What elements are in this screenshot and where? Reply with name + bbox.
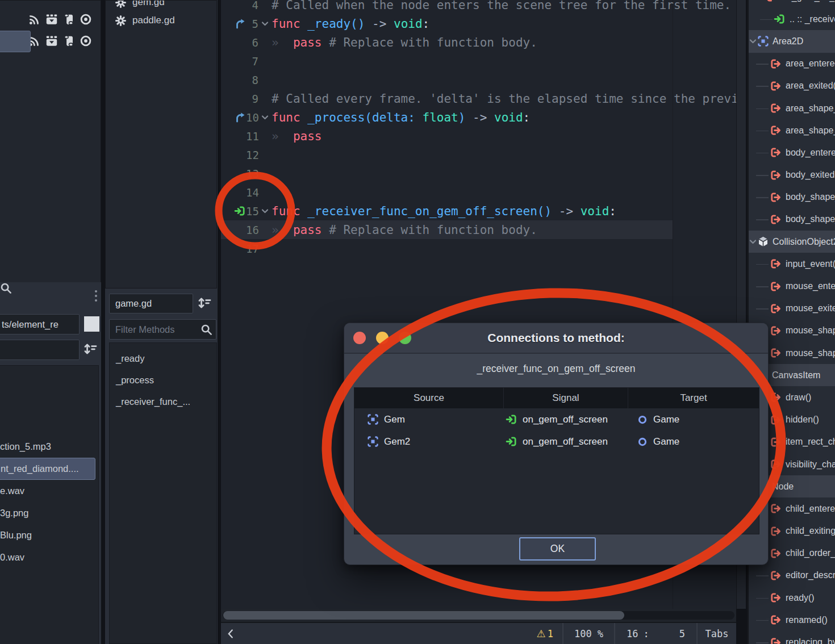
connections-dialog: Connections to method: _receiver_func_on… bbox=[344, 323, 769, 565]
chevron-down-icon[interactable] bbox=[261, 19, 269, 28]
signal-row[interactable]: replacing_by(node: bbox=[749, 631, 835, 644]
column-header-target[interactable]: Target bbox=[628, 388, 759, 408]
connections-table: Source Signal Target Gemon_gem_off_scree… bbox=[354, 387, 759, 534]
code-line[interactable]: 16» pass # Replace with function body. bbox=[221, 220, 736, 239]
filesystem-dock: ction_5.mp3nt_red_diamond....e.wav3g.png… bbox=[0, 282, 101, 644]
signal-row[interactable]: renamed() bbox=[749, 609, 835, 631]
back-chevron-icon[interactable] bbox=[227, 629, 234, 639]
signal-row[interactable]: body_exited(body: bbox=[749, 164, 835, 186]
signal-row[interactable]: area_shape_entered( bbox=[749, 97, 835, 119]
script-icon[interactable] bbox=[62, 0, 75, 2]
method-list-item[interactable]: _process bbox=[110, 369, 216, 391]
script-name-field[interactable] bbox=[109, 294, 193, 313]
code-line[interactable]: 8 bbox=[221, 70, 736, 89]
file-list-item[interactable]: 3g.png bbox=[0, 502, 98, 524]
node-circle-icon bbox=[637, 436, 648, 448]
signal-row[interactable]: on_gem_off_screen( bbox=[749, 0, 835, 8]
signal-row[interactable]: area_entered(area: bbox=[749, 53, 835, 75]
chevron-down-icon[interactable] bbox=[261, 207, 269, 215]
file-list-item[interactable]: nt_red_diamond.... bbox=[0, 458, 95, 480]
signals-class-header[interactable]: Area2D bbox=[749, 30, 835, 52]
scrollbar-thumb[interactable] bbox=[223, 611, 624, 620]
chevron-down-icon[interactable] bbox=[261, 113, 269, 122]
signal-broadcast-icon[interactable] bbox=[28, 13, 41, 26]
code-line[interactable]: 9# Called every frame. 'delta' is the el… bbox=[221, 89, 736, 108]
filesystem-path-input[interactable] bbox=[0, 314, 80, 334]
file-list-item[interactable]: e.wav bbox=[0, 480, 98, 502]
dialog-titlebar[interactable]: Connections to method: bbox=[344, 323, 768, 354]
group-icon[interactable] bbox=[45, 13, 58, 26]
group-icon[interactable] bbox=[45, 35, 58, 47]
line-number: 6 bbox=[246, 36, 258, 49]
line-number: 9 bbox=[246, 93, 258, 105]
override-icon[interactable] bbox=[235, 112, 246, 123]
code-line[interactable]: 17 bbox=[221, 239, 736, 258]
code-line[interactable]: 15func _receiver_func_on_gem_off_screen(… bbox=[221, 202, 736, 220]
signal-row[interactable]: mouse_exited() bbox=[749, 298, 835, 320]
scene-tree-row[interactable] bbox=[0, 0, 101, 6]
code-line[interactable]: 13 bbox=[221, 164, 736, 183]
file-list-item[interactable]: ction_5.mp3 bbox=[0, 436, 98, 458]
code-line[interactable]: 5func _ready() -> void: bbox=[221, 14, 736, 33]
signal-row[interactable]: area_shape_exited( bbox=[749, 119, 835, 141]
signals-class-header[interactable]: CollisionObject2D bbox=[749, 231, 835, 253]
editor-horizontal-scrollbar[interactable] bbox=[221, 609, 736, 622]
signal-row[interactable]: .. :: _receiver_func_on_g bbox=[749, 8, 835, 30]
cursor-position[interactable]: 16: 5 bbox=[615, 623, 696, 644]
scene-tree-row[interactable] bbox=[0, 30, 101, 52]
code-line[interactable]: 10func _process(delta: float) -> void: bbox=[221, 108, 736, 127]
signal-icon bbox=[770, 570, 782, 582]
signal-icon bbox=[770, 58, 782, 70]
signal-row[interactable]: body_shape_entered( bbox=[749, 186, 835, 208]
signal-row[interactable]: input_event(viewport bbox=[749, 253, 835, 275]
scene-tree-row[interactable] bbox=[0, 9, 101, 30]
signal-row[interactable]: ready() bbox=[749, 587, 835, 609]
sort-methods-icon[interactable] bbox=[197, 296, 212, 312]
override-icon[interactable] bbox=[235, 18, 246, 30]
signal-icon bbox=[770, 169, 782, 181]
warnings-indicator[interactable]: ⚠ 1 bbox=[537, 623, 562, 644]
close-traffic-light[interactable] bbox=[353, 332, 366, 344]
file-list-item[interactable]: Blu.png bbox=[0, 524, 98, 546]
chevron-down-icon[interactable] bbox=[749, 37, 757, 45]
code-line[interactable]: 7 bbox=[221, 52, 736, 70]
script-list-item[interactable]: gem.gd bbox=[106, 0, 216, 12]
signal-row[interactable]: editor_description_c bbox=[749, 564, 835, 587]
code-line[interactable]: 6» pass # Replace with function body. bbox=[221, 33, 736, 52]
indent-type-indicator[interactable]: Tabs bbox=[698, 623, 736, 644]
method-list-item[interactable]: _ready bbox=[110, 348, 216, 369]
sort-icon[interactable] bbox=[83, 342, 98, 358]
code-line[interactable]: 4# Called when the node enters the scene… bbox=[221, 0, 736, 14]
connection-row[interactable]: Gem2on_gem_off_screenGame bbox=[354, 430, 759, 453]
code-line[interactable]: 12 bbox=[221, 145, 736, 164]
column-header-signal[interactable]: Signal bbox=[503, 388, 628, 408]
editor-zoom-level[interactable]: 100 % bbox=[563, 623, 614, 644]
zoom-traffic-light[interactable] bbox=[399, 332, 411, 344]
column-header-source[interactable]: Source bbox=[354, 388, 503, 408]
filesystem-search-input[interactable] bbox=[0, 340, 80, 360]
color-swatch bbox=[84, 316, 99, 332]
code-line[interactable]: 14 bbox=[221, 183, 736, 202]
script-list-item[interactable]: paddle.gd bbox=[106, 11, 216, 30]
selected-node-highlight[interactable] bbox=[0, 31, 31, 52]
method-name-label: _receiver_func_on_gem_off_screen bbox=[344, 363, 768, 375]
visibility-icon[interactable] bbox=[80, 13, 92, 26]
minimize-traffic-light[interactable] bbox=[376, 332, 389, 344]
connection-row[interactable]: Gemon_gem_off_screenGame bbox=[354, 408, 759, 430]
script-icon[interactable] bbox=[62, 35, 75, 47]
signal-row[interactable]: mouse_entered() bbox=[749, 275, 835, 297]
signal-row[interactable]: body_entered(body: bbox=[749, 141, 835, 164]
visibility-icon[interactable] bbox=[80, 35, 92, 47]
group-icon[interactable] bbox=[45, 0, 58, 2]
code-line[interactable]: 11» pass bbox=[221, 127, 736, 145]
chevron-down-icon[interactable] bbox=[749, 237, 757, 246]
signal-row[interactable]: body_shape_exited( bbox=[749, 208, 835, 231]
panel-drag-handle[interactable] bbox=[93, 290, 99, 302]
signal-icon bbox=[770, 614, 782, 626]
file-list-item[interactable]: 0.wav bbox=[0, 546, 98, 568]
signal-row[interactable]: area_exited(area: bbox=[749, 75, 835, 97]
connected-icon[interactable] bbox=[234, 205, 246, 217]
script-icon[interactable] bbox=[62, 13, 75, 26]
ok-button[interactable]: OK bbox=[519, 537, 596, 561]
method-list-item[interactable]: _receiver_func_... bbox=[110, 391, 216, 412]
